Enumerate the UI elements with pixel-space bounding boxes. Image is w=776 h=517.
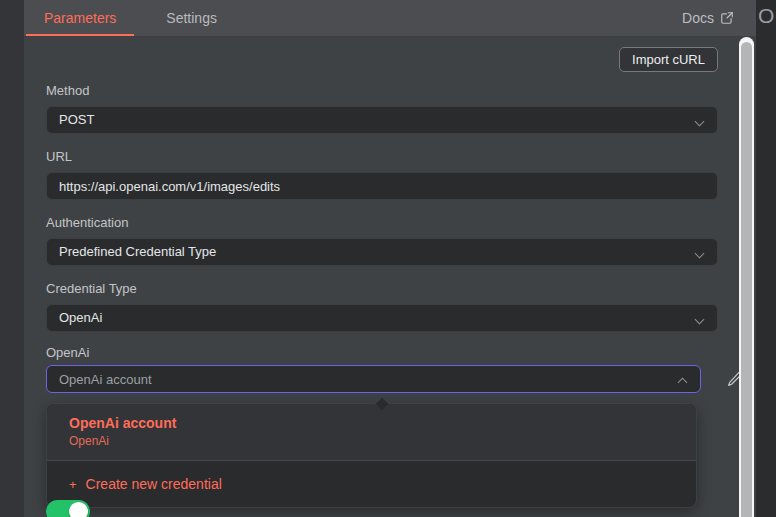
- toggle-switch[interactable]: [46, 500, 90, 517]
- credential-select[interactable]: [46, 365, 701, 393]
- authentication-select[interactable]: Predefined Credential Type: [46, 238, 718, 266]
- authentication-label: Authentication: [46, 215, 128, 230]
- docs-link[interactable]: Docs: [682, 0, 734, 36]
- authentication-value: Predefined Credential Type: [59, 244, 216, 259]
- chevron-up-icon: [678, 378, 688, 388]
- credential-label: OpenAi: [46, 345, 89, 360]
- url-input[interactable]: [59, 173, 687, 199]
- chevron-down-icon: [695, 117, 705, 127]
- chevron-down-icon: [695, 315, 705, 325]
- credential-dropdown-menu: OpenAi account OpenAi + Create new crede…: [46, 403, 697, 508]
- credential-type-select[interactable]: OpenAi: [46, 304, 718, 332]
- panel-header: Parameters Settings Docs: [24, 0, 756, 37]
- tab-parameters[interactable]: Parameters: [26, 0, 134, 36]
- scrollbar-thumb[interactable]: [741, 42, 752, 517]
- background-clipped-text: O: [758, 4, 774, 28]
- external-link-icon: [720, 11, 734, 25]
- create-new-credential-option[interactable]: + Create new credential: [47, 461, 696, 507]
- url-label: URL: [46, 149, 72, 164]
- method-value: POST: [59, 112, 94, 127]
- node-settings-panel: Parameters Settings Docs Import cURL Met…: [24, 0, 756, 517]
- credential-type-value: OpenAi: [59, 310, 102, 325]
- tab-settings[interactable]: Settings: [148, 0, 235, 36]
- credential-option-subtitle: OpenAi: [69, 433, 674, 449]
- left-backdrop-strip: [0, 0, 24, 517]
- import-curl-button[interactable]: Import cURL: [619, 47, 718, 72]
- method-label: Method: [46, 83, 89, 98]
- credential-search-input[interactable]: [59, 366, 670, 392]
- credential-type-label: Credential Type: [46, 281, 137, 296]
- url-field: [46, 172, 718, 200]
- docs-label: Docs: [682, 10, 714, 26]
- credential-option-title: OpenAi account: [69, 414, 674, 432]
- scrollbar-track: [739, 37, 754, 517]
- toggle-knob: [69, 502, 88, 517]
- plus-icon: +: [69, 477, 77, 492]
- credential-option[interactable]: OpenAi account OpenAi: [47, 404, 696, 460]
- method-select[interactable]: POST: [46, 106, 718, 134]
- chevron-down-icon: [695, 249, 705, 259]
- create-new-credential-label: Create new credential: [86, 476, 222, 492]
- parameters-scroll-area: Import cURL Method POST URL Authenticati…: [24, 37, 756, 517]
